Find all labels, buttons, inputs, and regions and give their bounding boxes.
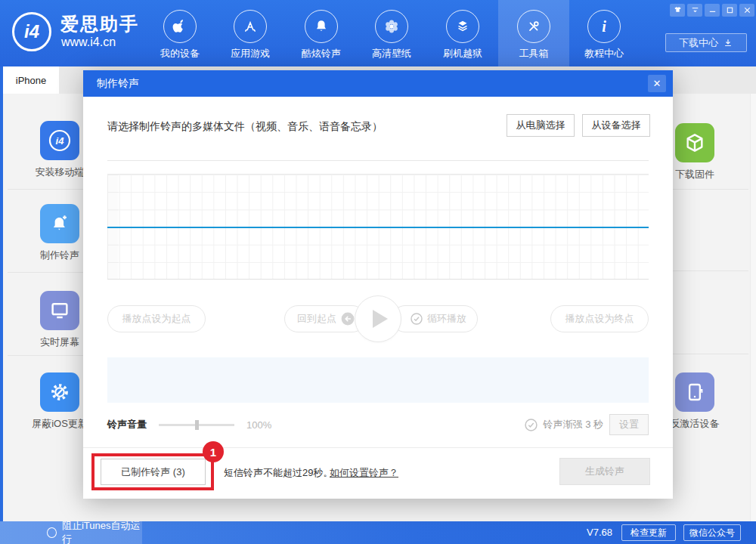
nav-label: 工具箱 xyxy=(519,47,549,60)
jailbreak-box-icon xyxy=(446,10,479,43)
fade-settings-button[interactable]: 设置 xyxy=(609,414,649,435)
check-circle-icon xyxy=(525,419,538,431)
close-window-icon[interactable] xyxy=(739,4,754,17)
separator xyxy=(8,272,83,273)
loop-play-toggle[interactable]: 循环播放 xyxy=(392,305,478,332)
back-arrow-icon xyxy=(341,312,355,326)
toolbox-icon xyxy=(517,10,550,43)
set-end-point-button[interactable]: 播放点设为终点 xyxy=(550,305,649,332)
tab-iphone[interactable]: iPhone xyxy=(3,66,59,94)
nav-flash-jailbreak[interactable]: 刷机越狱 xyxy=(427,0,498,66)
separator xyxy=(8,355,83,356)
how-to-set-ringtone-link[interactable]: 如何设置铃声？ xyxy=(330,466,398,480)
dialog-title: 制作铃声 xyxy=(97,77,139,91)
download-icon xyxy=(723,38,733,48)
nav-label: 刷机越狱 xyxy=(443,47,482,60)
waveform-baseline xyxy=(107,227,649,228)
dialog-close-icon[interactable]: ✕ xyxy=(648,75,666,92)
app-window: i4 爱思助手 www.i4.cn 我的设备 应用游戏 酷炫铃声 高清壁纸 xyxy=(0,0,756,544)
dialog-header: 制作铃声 ✕ xyxy=(83,70,673,97)
separator xyxy=(673,354,748,354)
nav-apps-games[interactable]: 应用游戏 xyxy=(215,0,286,66)
annotation-step-badge: 1 xyxy=(203,441,224,462)
set-start-point-button[interactable]: 播放点设为起点 xyxy=(107,305,206,332)
skin-icon[interactable] xyxy=(670,4,685,17)
separator xyxy=(673,189,748,190)
nav-tutorial-center[interactable]: i 教程中心 xyxy=(569,0,640,66)
volume-slider-handle[interactable] xyxy=(195,420,199,430)
nav-label: 教程中心 xyxy=(584,47,624,60)
app-title: 爱思助手 xyxy=(60,12,139,36)
cube-icon xyxy=(675,123,714,162)
minimize-icon[interactable] xyxy=(705,4,720,17)
nav-label: 酷炫铃声 xyxy=(302,47,341,60)
block-itunes-toggle[interactable]: 阻止iTunes自动运行 xyxy=(0,521,142,544)
nav-label: 我的设备 xyxy=(160,47,200,60)
nav-label: 高清壁纸 xyxy=(372,47,411,60)
play-button[interactable] xyxy=(355,295,401,342)
made-ringtones-button[interactable]: 已制作铃声 (3) xyxy=(101,459,206,485)
maximize-icon[interactable] xyxy=(722,4,737,17)
svg-text:i4: i4 xyxy=(56,135,65,147)
selection-strip xyxy=(107,357,649,403)
separator xyxy=(673,270,748,271)
appstore-icon xyxy=(234,10,267,43)
flower-icon xyxy=(375,10,408,43)
media-select-prompt: 请选择制作铃声的多媒体文件（视频、音乐、语音备忘录） xyxy=(107,120,383,134)
nav-my-device[interactable]: 我的设备 xyxy=(144,0,215,66)
phone-icon xyxy=(675,372,714,412)
nav-cool-ringtones[interactable]: 酷炫铃声 xyxy=(286,0,357,66)
set-end-label: 播放点设为终点 xyxy=(565,312,634,326)
menu-chevron-icon[interactable] xyxy=(687,4,702,17)
check-update-button[interactable]: 检查更新 xyxy=(621,524,676,541)
volume-row: 铃声音量 100% 铃声渐强 3 秒 设置 xyxy=(107,414,649,435)
check-circle-icon xyxy=(411,313,423,325)
generate-ringtone-button[interactable]: 生成铃声 xyxy=(559,458,650,485)
i4-app-icon: i4 xyxy=(40,121,79,160)
apple-icon xyxy=(163,10,197,43)
divider xyxy=(107,160,649,161)
make-ringtone-dialog: 制作铃声 ✕ 请选择制作铃声的多媒体文件（视频、音乐、语音备忘录） 从电脑选择 … xyxy=(83,70,673,499)
monitor-icon xyxy=(40,291,79,330)
info-icon: i xyxy=(587,10,621,43)
scrollbar-track[interactable] xyxy=(750,94,756,521)
waveform-area[interactable] xyxy=(107,174,649,280)
separator xyxy=(8,189,83,190)
volume-label: 铃声音量 xyxy=(107,418,147,431)
block-itunes-label: 阻止iTunes自动运行 xyxy=(62,519,142,544)
sms-length-hint: 短信铃声不能超过29秒。 xyxy=(224,466,333,480)
gear-wrench-icon xyxy=(40,372,79,412)
nav-hd-wallpapers[interactable]: 高清壁纸 xyxy=(356,0,427,66)
back-to-start-button[interactable]: 回到起点 xyxy=(284,305,366,332)
window-left-border xyxy=(0,66,3,521)
nav-toolbox[interactable]: 工具箱 xyxy=(498,0,569,66)
app-header: i4 爱思助手 www.i4.cn 我的设备 应用游戏 酷炫铃声 高清壁纸 xyxy=(0,0,756,66)
select-from-device-button[interactable]: 从设备选择 xyxy=(582,114,650,137)
download-center-label: 下载中心 xyxy=(679,36,718,50)
version-label: V7.68 xyxy=(587,527,612,538)
set-start-label: 播放点设为起点 xyxy=(122,312,191,326)
app-url: www.i4.cn xyxy=(61,36,116,49)
radio-circle-icon xyxy=(47,527,57,538)
download-center-button[interactable]: 下载中心 xyxy=(665,33,747,52)
play-icon xyxy=(373,310,388,328)
status-bar: 阻止iTunes自动运行 V7.68 检查更新 微信公众号 xyxy=(0,521,756,544)
fade-in-label: 铃声渐强 3 秒 xyxy=(544,418,603,431)
nav-label: 应用游戏 xyxy=(231,47,270,60)
loop-play-label: 循环播放 xyxy=(427,312,466,326)
wechat-official-button[interactable]: 微信公众号 xyxy=(683,524,741,541)
select-from-pc-button[interactable]: 从电脑选择 xyxy=(507,114,575,137)
volume-value: 100% xyxy=(246,419,271,431)
volume-slider[interactable] xyxy=(159,424,234,426)
footer-divider xyxy=(83,447,673,448)
bell-icon xyxy=(305,10,338,43)
back-to-start-label: 回到起点 xyxy=(297,312,336,326)
i4-logo-icon: i4 xyxy=(12,12,51,51)
bell-plus-icon xyxy=(40,204,79,243)
